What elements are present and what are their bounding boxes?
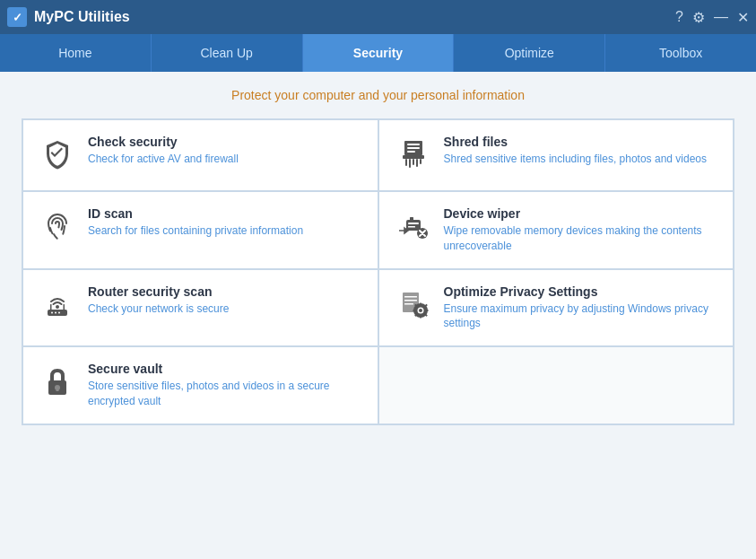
router-icon — [39, 286, 75, 322]
device-wipe-icon — [395, 208, 431, 244]
svg-rect-3 — [407, 151, 415, 153]
svg-rect-5 — [405, 159, 407, 166]
tab-cleanup[interactable]: Clean Up — [152, 34, 303, 72]
svg-rect-30 — [420, 315, 421, 318]
svg-rect-4 — [403, 155, 424, 159]
card-shred-files-title: Shred files — [444, 135, 708, 149]
card-device-wiper-text: Device wiper Wipe removable memory devic… — [444, 206, 717, 254]
card-router-scan[interactable]: Router security scan Check your network … — [22, 269, 378, 347]
page-subtitle: Protect your computer and your personal … — [22, 88, 734, 102]
svg-rect-6 — [409, 159, 411, 168]
card-secure-vault-desc: Store sensitive files, photos and videos… — [88, 379, 361, 409]
close-button[interactable]: ✕ — [737, 9, 749, 26]
svg-rect-21 — [64, 304, 65, 310]
svg-point-18 — [55, 311, 56, 313]
card-check-security-desc: Check for active AV and firewall — [88, 152, 239, 167]
svg-rect-9 — [420, 159, 421, 164]
tab-optimize[interactable]: Optimize — [454, 34, 605, 72]
card-id-scan-desc: Search for files containing private info… — [88, 223, 303, 239]
window-controls: ? ⚙ — ✕ — [675, 9, 749, 26]
card-optimize-privacy-title: Optimize Privacy Settings — [444, 284, 717, 299]
card-check-security-text: Check security Check for active AV and f… — [88, 135, 239, 167]
app-title: MyPC Utilities — [34, 9, 130, 25]
feature-cards-grid: Check security Check for active AV and f… — [22, 118, 734, 425]
app-title-group: ✓ MyPC Utilities — [7, 7, 130, 27]
svg-rect-24 — [404, 300, 417, 301]
card-shred-files-desc: Shred sensitive items including files, p… — [444, 152, 708, 167]
card-device-wiper[interactable]: Device wiper Wipe removable memory devic… — [378, 191, 734, 269]
card-router-scan-title: Router security scan — [88, 284, 229, 299]
card-check-security[interactable]: Check security Check for active AV and f… — [22, 119, 378, 191]
svg-rect-29 — [420, 302, 421, 305]
card-check-security-title: Check security — [88, 135, 239, 149]
title-bar: ✓ MyPC Utilities ? ⚙ — ✕ — [0, 0, 756, 34]
card-device-wiper-title: Device wiper — [444, 206, 717, 221]
tab-home[interactable]: Home — [0, 34, 152, 72]
app-icon: ✓ — [7, 7, 27, 27]
svg-point-15 — [56, 305, 59, 309]
card-id-scan[interactable]: ID scan Search for files containing priv… — [22, 191, 378, 269]
tab-toolbox[interactable]: Toolbox — [605, 34, 756, 72]
card-optimize-privacy[interactable]: Optimize Privacy Settings Ensure maximum… — [378, 269, 734, 347]
card-router-scan-desc: Check your network is secure — [88, 301, 229, 317]
card-router-scan-text: Router security scan Check your network … — [88, 284, 229, 317]
main-content: Protect your computer and your personal … — [0, 72, 756, 559]
svg-rect-7 — [413, 159, 414, 165]
svg-rect-2 — [407, 147, 420, 149]
help-button[interactable]: ? — [675, 9, 683, 25]
shield-icon — [39, 136, 75, 172]
svg-rect-25 — [404, 303, 413, 305]
svg-rect-31 — [413, 310, 415, 311]
svg-rect-10 — [406, 220, 421, 231]
svg-rect-23 — [404, 296, 417, 298]
vault-icon — [39, 363, 75, 399]
svg-rect-8 — [416, 159, 418, 167]
svg-rect-39 — [56, 388, 59, 391]
navigation-tabs: Home Clean Up Security Optimize Toolbox — [0, 34, 756, 72]
svg-point-17 — [51, 311, 53, 313]
svg-rect-16 — [48, 310, 67, 316]
card-device-wiper-desc: Wipe removable memory devices making the… — [444, 223, 717, 254]
fingerprint-icon — [39, 208, 75, 244]
settings-button[interactable]: ⚙ — [692, 9, 705, 26]
svg-rect-11 — [410, 217, 413, 221]
card-id-scan-text: ID scan Search for files containing priv… — [88, 206, 303, 239]
card-secure-vault-title: Secure vault — [88, 362, 361, 376]
checkmark-icon: ✓ — [13, 11, 22, 24]
svg-point-19 — [58, 311, 60, 313]
card-shred-files-text: Shred files Shred sensitive items includ… — [444, 135, 708, 167]
minimize-button[interactable]: — — [714, 9, 728, 25]
privacy-icon — [395, 286, 431, 322]
card-optimize-privacy-desc: Ensure maximum privacy by adjusting Wind… — [444, 301, 717, 332]
card-secure-vault[interactable]: Secure vault Store sensitive files, phot… — [22, 346, 378, 424]
shred-icon — [395, 136, 431, 172]
card-empty — [378, 346, 734, 424]
svg-rect-13 — [408, 226, 415, 228]
svg-rect-1 — [407, 144, 420, 145]
svg-rect-32 — [425, 310, 428, 311]
card-secure-vault-text: Secure vault Store sensitive files, phot… — [88, 362, 361, 409]
tab-security[interactable]: Security — [303, 34, 455, 72]
svg-rect-12 — [408, 223, 419, 224]
card-shred-files[interactable]: Shred files Shred sensitive items includ… — [378, 119, 734, 191]
svg-point-28 — [419, 309, 422, 312]
svg-rect-20 — [50, 304, 52, 310]
card-optimize-privacy-text: Optimize Privacy Settings Ensure maximum… — [444, 284, 717, 332]
card-id-scan-title: ID scan — [88, 206, 303, 221]
